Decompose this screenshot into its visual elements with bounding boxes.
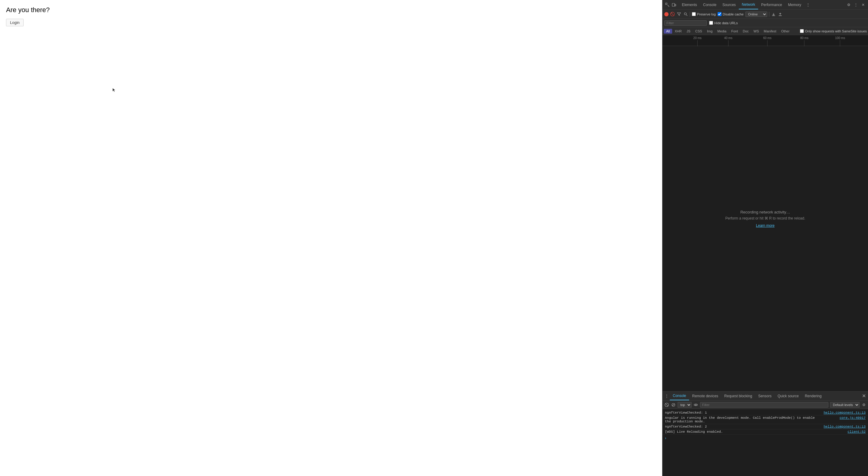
devtools-topbar: Elements Console Sources Network Perform… — [662, 0, 868, 10]
console-context-select[interactable]: top — [678, 402, 691, 408]
separator-2 — [769, 12, 769, 17]
type-filter-manifest[interactable]: Manifest — [762, 29, 779, 34]
timeline-mark-60ms: 60 ms — [763, 36, 771, 46]
preserve-log-wrap[interactable]: Preserve log — [692, 12, 716, 16]
console-log-source[interactable]: core.js:40917 — [840, 416, 866, 420]
tab-memory[interactable]: Memory — [785, 0, 804, 9]
drawer-tab-remote-devices[interactable]: Remote devices — [689, 391, 721, 400]
svg-rect-5 — [772, 16, 775, 16]
svg-line-8 — [665, 404, 668, 406]
devtools-panel: Elements Console Sources Network Perform… — [662, 0, 868, 476]
recording-text: Recording network activity… — [740, 210, 790, 214]
svg-rect-1 — [672, 3, 675, 6]
preserve-log-label: Preserve log — [697, 12, 716, 16]
console-filter-input[interactable] — [700, 402, 828, 408]
filter-icon[interactable] — [676, 12, 681, 17]
filter-input[interactable] — [664, 20, 707, 26]
drawer-more-button[interactable]: ⋮ — [664, 391, 670, 400]
console-clear-button[interactable] — [664, 403, 669, 407]
drawer-tab-rendering[interactable]: Rendering — [802, 391, 825, 400]
type-filter-doc[interactable]: Doc — [740, 29, 751, 34]
type-filter-font[interactable]: Font — [729, 29, 740, 34]
main-page: Are you there? Login — [0, 0, 662, 476]
login-button[interactable]: Login — [6, 19, 24, 26]
drawer-tab-request-blocking[interactable]: Request blocking — [721, 391, 755, 400]
stop-button[interactable]: 🚫 — [670, 12, 675, 17]
type-filter-bar: All XHR JS CSS Img Media Font Doc WS Man… — [662, 27, 868, 35]
console-log-source[interactable]: hello.component.ts:13 — [824, 411, 866, 415]
record-button[interactable] — [664, 12, 669, 17]
timeline-marks: 20 ms 40 ms 60 ms 80 ms 100 ms — [662, 35, 868, 46]
type-filter-xhr[interactable]: XHR — [672, 29, 684, 34]
throttle-select[interactable]: Online Fast 3G Slow 3G Offline — [745, 11, 767, 17]
console-log-entry: ngAfterViewChecked: 1 hello.component.ts… — [662, 410, 868, 415]
svg-point-3 — [684, 13, 686, 15]
type-filter-all[interactable]: All — [664, 29, 672, 34]
console-levels-select[interactable]: Default levels Verbose Info Warnings Err… — [830, 402, 860, 408]
timeline-mark-label: 20 ms — [693, 36, 702, 40]
network-panel: 🚫 Preserve log Disable cache — [662, 10, 868, 391]
svg-line-4 — [686, 15, 687, 16]
console-log-entry: Angular is running in the development mo… — [662, 415, 868, 424]
preserve-log-checkbox[interactable] — [692, 12, 696, 16]
devtools-more-tabs-button[interactable]: ⋮ — [804, 2, 812, 7]
tab-network[interactable]: Network — [739, 0, 758, 9]
separator-1 — [690, 12, 690, 17]
console-output: ngAfterViewChecked: 1 hello.component.ts… — [662, 409, 868, 476]
type-filter-other[interactable]: Other — [779, 29, 792, 34]
timeline-mark-line — [804, 40, 804, 46]
drawer-close-button[interactable]: ✕ — [861, 393, 867, 399]
devtools-close-icon[interactable]: ✕ — [860, 2, 866, 8]
disable-cache-checkbox[interactable] — [718, 12, 721, 16]
import-har-icon[interactable] — [771, 12, 776, 17]
type-filter-ws[interactable]: WS — [751, 29, 762, 34]
timeline-mark-label: 100 ms — [835, 36, 845, 40]
cursor — [112, 88, 116, 92]
samesite-checkbox[interactable] — [800, 29, 804, 33]
console-log-msg: [WDS] Live Reloading enabled. — [665, 430, 848, 434]
disable-cache-wrap[interactable]: Disable cache — [718, 12, 744, 16]
timeline-mark-20ms: 20 ms — [693, 36, 702, 46]
inspect-element-icon[interactable] — [664, 2, 670, 8]
type-filter-js[interactable]: JS — [684, 29, 693, 34]
disable-cache-label: Disable cache — [723, 12, 744, 16]
hide-data-urls-wrap[interactable]: Hide data URLs — [709, 21, 738, 25]
samesite-wrap[interactable]: Only show requests with SameSite issues — [800, 29, 867, 33]
device-toggle-icon[interactable] — [671, 2, 677, 8]
devtools-settings-icon[interactable]: ⚙ — [846, 2, 851, 8]
devtools-more-options-icon[interactable]: ⋮ — [853, 2, 859, 8]
console-prompt[interactable]: › — [662, 435, 868, 442]
drawer-tab-sensors[interactable]: Sensors — [755, 391, 774, 400]
drawer-tab-console[interactable]: Console — [670, 391, 689, 400]
type-filter-css[interactable]: CSS — [693, 29, 705, 34]
svg-rect-0 — [665, 3, 667, 4]
timeline-mark-label: 60 ms — [763, 36, 771, 40]
drawer-tabs: ⋮ Console Remote devices Request blockin… — [662, 391, 868, 400]
type-filter-media[interactable]: Media — [715, 29, 729, 34]
console-hide-network-button[interactable] — [671, 403, 676, 407]
console-log-entry: ngAfterViewChecked: 2 hello.component.ts… — [662, 424, 868, 429]
console-toolbar: top Default levels Verbose Info Warnings… — [662, 400, 868, 409]
network-toolbar: 🚫 Preserve log Disable cache — [662, 10, 868, 19]
export-har-icon[interactable] — [778, 12, 783, 17]
console-log-source[interactable]: client:52 — [848, 430, 866, 434]
console-input[interactable] — [668, 436, 866, 440]
network-content: Recording network activity… Perform a re… — [662, 46, 868, 391]
hide-data-urls-checkbox[interactable] — [709, 21, 713, 25]
timeline-mark-line — [767, 40, 768, 46]
tab-sources[interactable]: Sources — [719, 0, 739, 9]
console-log-source[interactable]: hello.component.ts:13 — [824, 425, 866, 428]
search-icon[interactable] — [683, 12, 688, 17]
svg-rect-2 — [675, 4, 676, 6]
tab-elements[interactable]: Elements — [679, 0, 700, 9]
svg-point-10 — [695, 404, 696, 406]
timeline-mark-line — [840, 40, 840, 46]
tab-console[interactable]: Console — [700, 0, 719, 9]
type-filter-img[interactable]: Img — [705, 29, 715, 34]
console-eye-icon[interactable] — [693, 403, 698, 407]
console-settings-button[interactable]: ⚙ — [861, 403, 866, 407]
drawer-tab-quick-source[interactable]: Quick source — [774, 391, 802, 400]
console-chevron-icon: › — [665, 436, 666, 440]
learn-more-link[interactable]: Learn more — [756, 224, 774, 228]
tab-performance[interactable]: Performance — [758, 0, 785, 9]
